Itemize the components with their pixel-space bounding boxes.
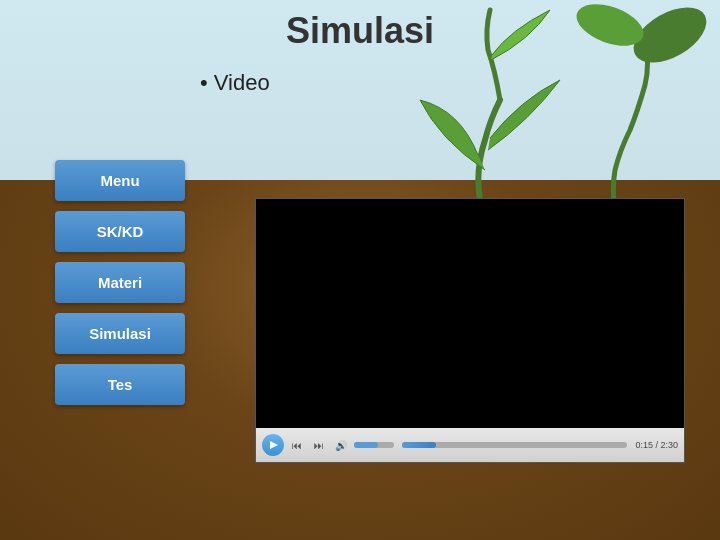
video-screen[interactable]	[256, 199, 684, 428]
volume-bar[interactable]	[354, 442, 394, 448]
video-player: ⏮ ⏭ 🔊 0:15 / 2:30	[255, 198, 685, 463]
volume-fill	[354, 442, 378, 448]
page-subtitle: • Video	[200, 70, 270, 96]
nav-buttons-container: Menu SK/KD Materi Simulasi Tes	[55, 160, 185, 405]
progress-bar[interactable]	[402, 442, 627, 448]
play-icon	[270, 441, 278, 449]
play-button[interactable]	[262, 434, 284, 456]
tes-button[interactable]: Tes	[55, 364, 185, 405]
page-title: Simulasi	[0, 10, 720, 52]
materi-button[interactable]: Materi	[55, 262, 185, 303]
menu-button[interactable]: Menu	[55, 160, 185, 201]
progress-fill	[402, 442, 436, 448]
skkd-button[interactable]: SK/KD	[55, 211, 185, 252]
next-button[interactable]: ⏭	[310, 436, 328, 454]
video-controls-bar: ⏮ ⏭ 🔊 0:15 / 2:30	[256, 428, 684, 462]
prev-button[interactable]: ⏮	[288, 436, 306, 454]
simulasi-button[interactable]: Simulasi	[55, 313, 185, 354]
time-display: 0:15 / 2:30	[635, 440, 678, 450]
volume-button[interactable]: 🔊	[332, 436, 350, 454]
